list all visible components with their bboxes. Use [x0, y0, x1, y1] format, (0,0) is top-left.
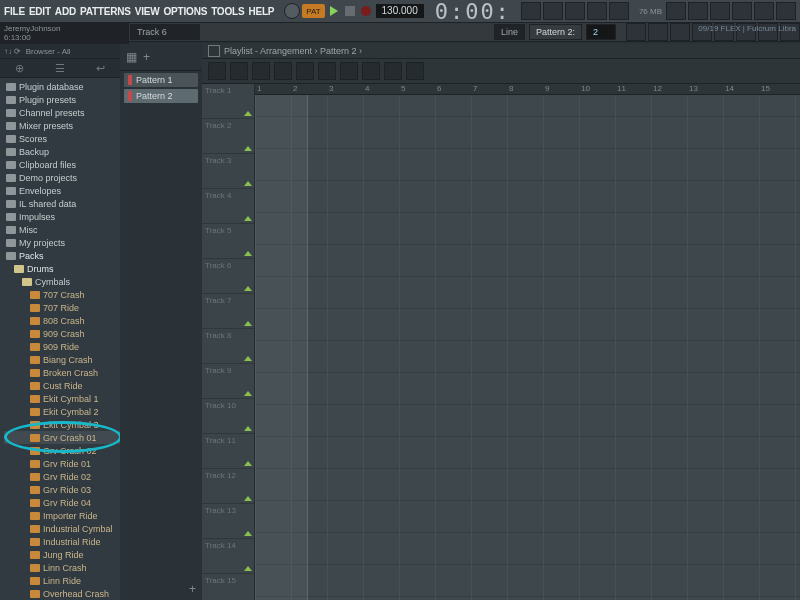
- track-mute-icon[interactable]: [244, 356, 252, 361]
- browser-sample[interactable]: 707 Crash: [4, 288, 120, 301]
- browser-sample[interactable]: 909 Crash: [4, 327, 120, 340]
- browser-item[interactable]: Misc: [4, 223, 120, 236]
- track-header[interactable]: Track 14: [202, 539, 254, 574]
- track-header[interactable]: Track 1: [202, 84, 254, 119]
- track-mute-icon[interactable]: [244, 286, 252, 291]
- browser-item[interactable]: Impulses: [4, 210, 120, 223]
- browser-item[interactable]: Backup: [4, 145, 120, 158]
- view-pianoroll-button[interactable]: [543, 2, 563, 20]
- time-display[interactable]: 0:00:: [435, 0, 511, 24]
- tool-b[interactable]: [648, 23, 668, 41]
- browser-sample[interactable]: 909 Ride: [4, 340, 120, 353]
- tool-a[interactable]: [626, 23, 646, 41]
- pl-tool-slip-icon[interactable]: [318, 62, 336, 80]
- browser-item[interactable]: My projects: [4, 236, 120, 249]
- track-mute-icon[interactable]: [244, 251, 252, 256]
- pl-tool-magnet-icon[interactable]: [208, 62, 226, 80]
- main-volume-knob[interactable]: [284, 3, 300, 19]
- track-mute-icon[interactable]: [244, 496, 252, 501]
- browser-sample[interactable]: Importer Ride: [4, 509, 120, 522]
- browser-sample[interactable]: Ekit Cymbal 3: [4, 418, 120, 431]
- picker-grid-icon[interactable]: ▦: [126, 50, 137, 64]
- track-mute-icon[interactable]: [244, 181, 252, 186]
- pl-tool-select-icon[interactable]: [362, 62, 380, 80]
- close-button[interactable]: [776, 2, 796, 20]
- browser-item[interactable]: Plugin presets: [4, 93, 120, 106]
- track-header[interactable]: Track 3: [202, 154, 254, 189]
- browser-item[interactable]: Envelopes: [4, 184, 120, 197]
- browser-sample[interactable]: Jung Ride: [4, 548, 120, 561]
- browser-item-packs[interactable]: Packs: [4, 249, 120, 262]
- pl-tool-play-icon[interactable]: [406, 62, 424, 80]
- undo-button[interactable]: [666, 2, 686, 20]
- track-header[interactable]: Track 15: [202, 574, 254, 600]
- pattern-item[interactable]: Pattern 2: [124, 89, 198, 103]
- browser-sample[interactable]: Broken Crash: [4, 366, 120, 379]
- menu-view[interactable]: VIEW: [135, 6, 160, 17]
- save-button[interactable]: [688, 2, 708, 20]
- browser-sample[interactable]: Grv Ride 02: [4, 470, 120, 483]
- view-browser-button[interactable]: [609, 2, 629, 20]
- browser-sample[interactable]: Industrial Ride: [4, 535, 120, 548]
- track-header[interactable]: Track 9: [202, 364, 254, 399]
- browser-item[interactable]: IL shared data: [4, 197, 120, 210]
- menu-options[interactable]: OPTIONS: [164, 6, 208, 17]
- tempo-display[interactable]: 130.000: [375, 3, 425, 19]
- pattern-clip[interactable]: [255, 95, 308, 600]
- track-mute-icon[interactable]: [244, 111, 252, 116]
- track-header[interactable]: Track 12: [202, 469, 254, 504]
- track-mute-icon[interactable]: [244, 321, 252, 326]
- browser-sample[interactable]: Biang Crash: [4, 353, 120, 366]
- browser-tab-collapse-icon[interactable]: ⊕: [15, 62, 24, 75]
- browser-item[interactable]: Channel presets: [4, 106, 120, 119]
- play-button[interactable]: [330, 6, 338, 16]
- picker-add-icon[interactable]: +: [143, 50, 150, 64]
- track-header[interactable]: Track 10: [202, 399, 254, 434]
- browser-sample[interactable]: Grv Ride 03: [4, 483, 120, 496]
- track-mute-icon[interactable]: [244, 566, 252, 571]
- browser-item[interactable]: Mixer presets: [4, 119, 120, 132]
- pat-song-toggle[interactable]: PAT: [302, 4, 324, 18]
- track-header[interactable]: Track 13: [202, 504, 254, 539]
- track-mute-icon[interactable]: [244, 391, 252, 396]
- browser-tab-refresh-icon[interactable]: ☰: [55, 62, 65, 75]
- info-button[interactable]: [754, 2, 774, 20]
- track-header[interactable]: Track 2: [202, 119, 254, 154]
- view-mixer-button[interactable]: [587, 2, 607, 20]
- track-mute-icon[interactable]: [244, 216, 252, 221]
- browser-sample[interactable]: Industrial Cymbal: [4, 522, 120, 535]
- track-header[interactable]: Track 11: [202, 434, 254, 469]
- menu-tools[interactable]: TOOLS: [211, 6, 244, 17]
- view-playlist-button[interactable]: [521, 2, 541, 20]
- pl-tool-erase-icon[interactable]: [274, 62, 292, 80]
- pl-tool-mute-icon[interactable]: [296, 62, 314, 80]
- browser-item[interactable]: Plugin database: [4, 80, 120, 93]
- pattern-item[interactable]: Pattern 1: [124, 73, 198, 87]
- settings-button[interactable]: [732, 2, 752, 20]
- track-header[interactable]: Track 5: [202, 224, 254, 259]
- browser-header[interactable]: ↑↓ ⟳ Browser - All: [0, 44, 120, 59]
- browser-sample[interactable]: 707 Ride: [4, 301, 120, 314]
- track-mute-icon[interactable]: [244, 461, 252, 466]
- browser-item-cymbals[interactable]: Cymbals: [4, 275, 120, 288]
- pl-tool-slice-icon[interactable]: [340, 62, 358, 80]
- menu-add[interactable]: ADD: [55, 6, 76, 17]
- render-button[interactable]: [710, 2, 730, 20]
- browser-sample[interactable]: Ekit Cymbal 2: [4, 405, 120, 418]
- pl-tool-pencil-icon[interactable]: [230, 62, 248, 80]
- browser-item[interactable]: Scores: [4, 132, 120, 145]
- pl-tool-brush-icon[interactable]: [252, 62, 270, 80]
- pattern-add-button[interactable]: +: [189, 582, 196, 596]
- record-button[interactable]: [361, 6, 371, 16]
- browser-item-drums[interactable]: Drums: [4, 262, 120, 275]
- browser-sample[interactable]: Grv Crash 02: [4, 444, 120, 457]
- stop-button[interactable]: [345, 6, 355, 16]
- browser-sample[interactable]: Grv Ride 04: [4, 496, 120, 509]
- pl-tool-zoom-icon[interactable]: [384, 62, 402, 80]
- track-header[interactable]: Track 8: [202, 329, 254, 364]
- pattern-number[interactable]: 2: [586, 24, 616, 40]
- browser-sample[interactable]: Linn Ride: [4, 574, 120, 587]
- browser-item[interactable]: Demo projects: [4, 171, 120, 184]
- snap-selector[interactable]: Line: [494, 24, 525, 40]
- browser-sample[interactable]: Grv Crash 01: [4, 431, 120, 444]
